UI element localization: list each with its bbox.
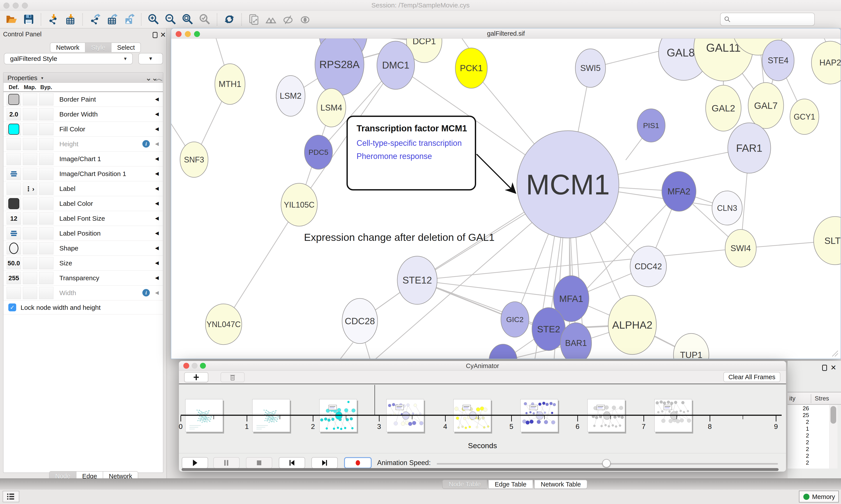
memory-button[interactable]: Memory bbox=[799, 491, 839, 502]
copy-network-icon[interactable] bbox=[247, 13, 261, 26]
network-node-FAR1[interactable]: FAR1 bbox=[728, 123, 771, 173]
add-frame-button[interactable] bbox=[184, 372, 208, 382]
info-icon[interactable]: i bbox=[142, 140, 150, 147]
network-edge[interactable] bbox=[223, 205, 299, 324]
refresh-icon[interactable] bbox=[222, 13, 236, 26]
network-node-LSM4[interactable]: LSM4 bbox=[317, 88, 346, 127]
tab-node-table[interactable]: Node Table bbox=[442, 480, 487, 489]
annotation-link-1[interactable]: Cell-type-specific transcription bbox=[357, 139, 475, 148]
column-connectivity[interactable]: ity bbox=[789, 395, 795, 402]
style-options-button[interactable]: ▼ bbox=[139, 53, 163, 65]
property-row-shape[interactable]: Shape◀ bbox=[3, 241, 163, 256]
expand-row-icon[interactable]: ◀ bbox=[155, 290, 159, 295]
collapse-all-icon[interactable]: ︿ bbox=[156, 74, 163, 84]
network-window-titlebar[interactable]: galFiltered.sif bbox=[171, 29, 841, 38]
expand-row-icon[interactable]: ◀ bbox=[155, 275, 159, 281]
expand-row-icon[interactable]: ◀ bbox=[155, 111, 159, 117]
network-node-LSM2[interactable]: LSM2 bbox=[276, 75, 305, 116]
network-node-CDC42[interactable]: CDC42 bbox=[630, 246, 666, 287]
tab-style[interactable]: Style bbox=[85, 42, 111, 53]
lock-size-checkbox[interactable]: ✓ bbox=[8, 303, 16, 311]
properties-header[interactable]: Properties ▾ ⌄⌄ ︿ bbox=[3, 73, 163, 83]
bypass-value-cell[interactable] bbox=[39, 212, 53, 224]
network-node-YIL105C[interactable]: YIL105C bbox=[281, 183, 317, 226]
property-row-border-width[interactable]: 2.0Border Width◀ bbox=[3, 107, 163, 122]
table-row[interactable]: 26 bbox=[788, 405, 812, 412]
mapping-value-cell[interactable] bbox=[23, 93, 37, 106]
network-node-TUP1[interactable]: TUP1 bbox=[674, 334, 709, 359]
property-row-image-chart-position-1[interactable]: Image/Chart Position 1◀ bbox=[3, 166, 163, 181]
default-value-cell[interactable] bbox=[6, 168, 21, 180]
network-node-RPS28A[interactable]: RPS28A bbox=[315, 38, 364, 95]
bypass-value-cell[interactable] bbox=[39, 287, 53, 299]
mapping-value-cell[interactable] bbox=[23, 287, 37, 299]
network-node-ALPHA2[interactable]: ALPHA2 bbox=[608, 295, 656, 355]
property-row-height[interactable]: Heighti◀ bbox=[3, 137, 163, 151]
bypass-value-cell[interactable] bbox=[39, 242, 53, 254]
zoom-fit-icon[interactable] bbox=[181, 13, 195, 26]
bypass-value-cell[interactable] bbox=[39, 197, 53, 210]
network-node-NODE-BOT[interactable] bbox=[489, 344, 517, 359]
bypass-value-cell[interactable] bbox=[39, 168, 53, 180]
network-note-text[interactable]: Expression change after deletion of GAL1 bbox=[304, 231, 495, 243]
table-row[interactable]: 2 bbox=[788, 439, 812, 446]
pause-button[interactable] bbox=[213, 457, 239, 469]
expand-row-icon[interactable]: ◀ bbox=[155, 126, 159, 132]
float-panel-icon[interactable] bbox=[822, 365, 827, 371]
bypass-value-cell[interactable] bbox=[39, 138, 53, 150]
info-icon[interactable]: i bbox=[142, 289, 150, 296]
network-node-PDC5[interactable]: PDC5 bbox=[304, 135, 333, 169]
expand-row-icon[interactable]: ◀ bbox=[155, 260, 159, 266]
network-node-SNF3[interactable]: SNF3 bbox=[180, 142, 208, 177]
network-node-MTH1[interactable]: MTH1 bbox=[215, 64, 245, 105]
expand-row-icon[interactable]: ◀ bbox=[155, 141, 159, 147]
network-node-PIS1[interactable]: PIS1 bbox=[637, 109, 665, 142]
expand-row-icon[interactable]: ◀ bbox=[155, 186, 159, 191]
float-panel-icon[interactable] bbox=[153, 32, 158, 38]
property-row-border-paint[interactable]: Border Paint◀ bbox=[3, 92, 163, 107]
default-value-cell[interactable] bbox=[6, 153, 21, 165]
bypass-value-cell[interactable] bbox=[39, 257, 53, 269]
mapping-value-cell[interactable] bbox=[23, 227, 37, 239]
default-value-cell[interactable] bbox=[6, 287, 21, 299]
network-node-SWI5[interactable]: SWI5 bbox=[575, 49, 606, 87]
network-node-GAL7[interactable]: GAL7 bbox=[748, 83, 784, 128]
network-node-GAL2[interactable]: GAL2 bbox=[706, 85, 741, 131]
table-row[interactable]: 2 bbox=[788, 419, 812, 426]
table-row[interactable]: 2 bbox=[788, 459, 812, 466]
close-panel-icon[interactable]: ✕ bbox=[160, 31, 166, 39]
expand-row-icon[interactable]: ◀ bbox=[155, 96, 159, 102]
property-row-width[interactable]: Widthi◀ bbox=[3, 286, 163, 300]
cyanimator-titlebar[interactable]: CyAnimator bbox=[179, 361, 786, 371]
tab-edge-table[interactable]: Edge Table bbox=[488, 480, 533, 489]
network-edge[interactable] bbox=[340, 342, 353, 359]
network-node-CDC28[interactable]: CDC28 bbox=[342, 299, 378, 343]
table-row[interactable]: 25 bbox=[788, 412, 812, 419]
mapping-value-cell[interactable] bbox=[23, 242, 37, 254]
tab-network-table[interactable]: Network Table bbox=[534, 480, 587, 489]
expand-row-icon[interactable]: ◀ bbox=[155, 201, 159, 206]
timeline-playhead[interactable] bbox=[375, 385, 375, 415]
network-node-STE12[interactable]: STE12 bbox=[397, 256, 437, 304]
show-all-icon[interactable] bbox=[298, 13, 312, 26]
table-column-header[interactable]: ity Stres bbox=[788, 392, 841, 404]
default-value-cell[interactable] bbox=[6, 183, 21, 195]
table-scrollbar[interactable] bbox=[829, 405, 838, 469]
network-node-GCY1[interactable]: GCY1 bbox=[790, 99, 819, 134]
export-network-icon[interactable] bbox=[88, 13, 102, 26]
first-neighbors-icon[interactable] bbox=[264, 13, 278, 26]
close-panel-icon[interactable]: ✕ bbox=[830, 363, 836, 372]
bypass-value-cell[interactable] bbox=[39, 93, 53, 106]
expand-row-icon[interactable]: ◀ bbox=[155, 171, 159, 177]
expand-row-icon[interactable]: ◀ bbox=[155, 245, 159, 251]
network-node-PCK1[interactable]: PCK1 bbox=[455, 48, 487, 88]
expand-row-icon[interactable]: ◀ bbox=[155, 215, 159, 221]
zoom-out-icon[interactable] bbox=[164, 13, 177, 26]
table-row[interactable]: 2 bbox=[788, 432, 812, 439]
network-node-DMC1[interactable]: DMC1 bbox=[377, 41, 415, 89]
table-row[interactable]: 1 bbox=[788, 426, 812, 432]
panel-menu-button[interactable] bbox=[3, 491, 19, 502]
mapping-value-cell[interactable]: ⋮› bbox=[23, 183, 37, 195]
property-row-label-color[interactable]: Label Color◀ bbox=[3, 196, 163, 211]
property-row-size[interactable]: 50.0Size◀ bbox=[3, 256, 163, 271]
